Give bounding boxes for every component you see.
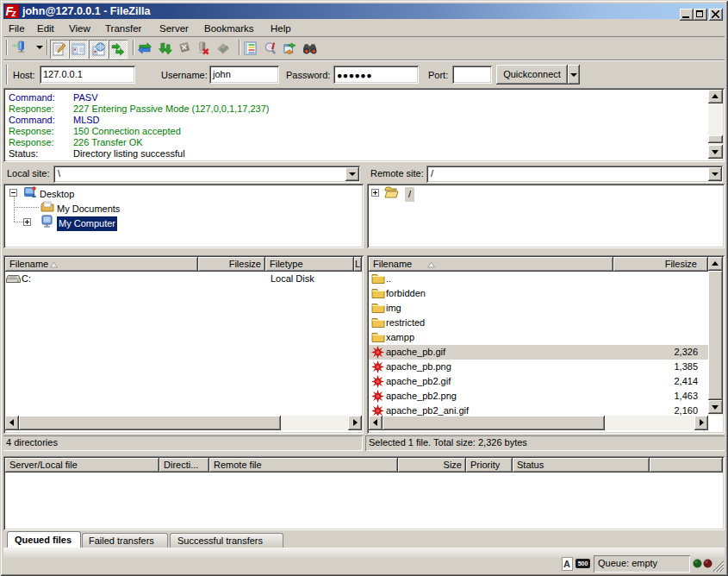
svg-text:z: z <box>11 9 16 18</box>
